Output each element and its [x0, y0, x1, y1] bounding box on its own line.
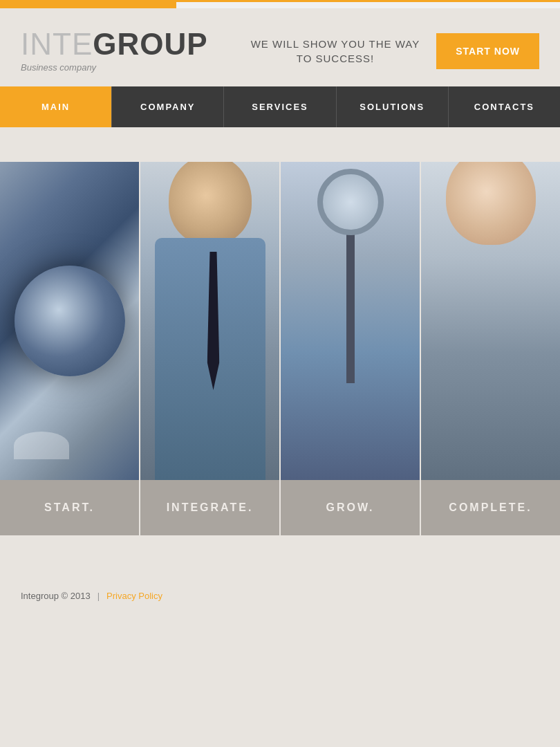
caption-bar-start: START. — [0, 480, 139, 535]
footer-copyright: Integroup © 2013 — [21, 591, 91, 601]
nav-item-main[interactable]: MAIN — [0, 86, 112, 127]
tagline: WE WILL SHOW YOU THE WAYTO SUCCESS! — [251, 37, 420, 66]
grid-item-start: START. — [0, 162, 140, 535]
top-bar — [0, 0, 560, 8]
footer-spacer — [0, 535, 560, 577]
caption-bar-grow: GROW. — [281, 480, 420, 535]
tie-decoration — [205, 252, 222, 390]
grid-item-complete: COMPLETE. — [421, 162, 560, 535]
privacy-policy-link[interactable]: Privacy Policy — [106, 591, 162, 601]
grid-item-grow: GROW. — [281, 162, 421, 535]
footer: Integroup © 2013 | Privacy Policy — [0, 577, 560, 615]
footer-divider: | — [97, 591, 100, 601]
nav-item-services[interactable]: SERVICES — [224, 86, 336, 127]
top-bar-accent — [0, 2, 176, 8]
caption-integrate: INTEGRATE. — [167, 501, 254, 514]
nav-item-company[interactable]: COMPANY — [112, 86, 224, 127]
logo-area: INTEGROUP Business company — [21, 29, 208, 73]
globe-image — [0, 162, 139, 480]
start-now-button[interactable]: START NOW — [436, 33, 539, 69]
caption-grow: GROW. — [326, 501, 374, 514]
logo-inte: INTE — [21, 27, 93, 61]
logo-subtitle: Business company — [21, 62, 208, 73]
logo-group: GROUP — [93, 27, 207, 61]
caption-bar-integrate: INTEGRATE. — [140, 480, 279, 535]
image-grid: START. INTEGRATE. GROW. COMPLETE. — [0, 162, 560, 535]
spacer — [0, 127, 560, 162]
header-right: WE WILL SHOW YOU THE WAYTO SUCCESS! STAR… — [251, 33, 539, 69]
nav-item-solutions[interactable]: SOLUTIONS — [337, 86, 449, 127]
logo: INTEGROUP — [21, 29, 208, 59]
man-image — [140, 162, 279, 480]
header: INTEGROUP Business company WE WILL SHOW … — [0, 8, 560, 86]
nav-item-contacts[interactable]: CONTACTS — [449, 86, 560, 127]
woman-image — [421, 162, 560, 480]
caption-bar-complete: COMPLETE. — [421, 480, 560, 535]
main-nav: MAIN COMPANY SERVICES SOLUTIONS CONTACTS — [0, 86, 560, 127]
light-image — [281, 162, 420, 480]
caption-complete: COMPLETE. — [449, 501, 532, 514]
grid-item-integrate: INTEGRATE. — [140, 162, 281, 535]
caption-start: START. — [44, 501, 95, 514]
